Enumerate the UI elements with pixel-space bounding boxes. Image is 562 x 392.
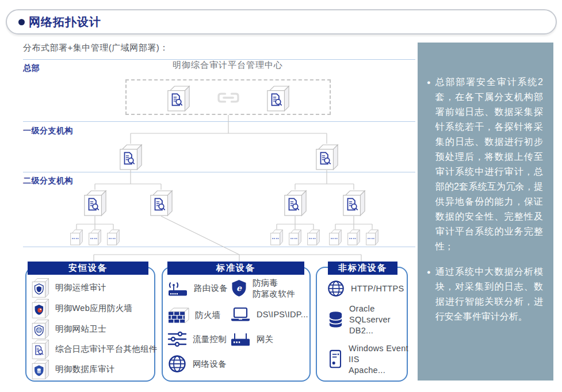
- sidebar-text: 总部部署安全审计系统2套，在各下属分支机构部署前端日志、数据采集探针系统若干，各…: [435, 75, 543, 254]
- group-header-nonstandard: 非标准设备: [328, 262, 397, 275]
- device-label: 明御数据库审计: [55, 364, 115, 375]
- data-collector-cube-icon: [306, 229, 321, 246]
- list-item: e 防病毒 防篡改软件: [231, 278, 295, 299]
- audit-server-cube-icon: [342, 189, 366, 217]
- row-label-headquarters: 总部: [23, 63, 40, 74]
- audit-server-cube-icon: [118, 143, 143, 171]
- device-label: 网关: [257, 334, 274, 345]
- sidebar-bullet-1: ● 总部部署安全审计系统2套，在各下属分支机构部署前端日志、数据采集探针系统若干…: [427, 75, 543, 254]
- sidebar-bullet-2: ● 通过系统中大数据分析模块，对采集到的日志、数据进行智能关联分析，进行安全事件…: [427, 264, 543, 324]
- list-item: Windows Event IIS Apache...: [328, 343, 408, 376]
- database-icon: [328, 310, 343, 329]
- device-label: 网络设备: [193, 359, 227, 370]
- bullet-dot-icon: ●: [427, 264, 431, 324]
- device-label: DS\IPS\IDP...: [257, 309, 308, 320]
- ops-audit-shield-icon: [31, 277, 49, 298]
- gateway-icon: [230, 332, 251, 347]
- data-collector-cube-icon: [269, 229, 284, 246]
- data-collector-cube-icon: [365, 229, 380, 246]
- device-label: 明御运维审计: [55, 282, 106, 293]
- device-label: 综合日志审计平台其他组件: [55, 344, 158, 355]
- list-item: 路由设备: [167, 279, 228, 297]
- list-item: 明御网站卫士: [31, 318, 106, 340]
- redundancy-link-icon: [215, 91, 242, 104]
- list-item: Oracle SQLserver DB2...: [328, 303, 391, 336]
- data-collector-cube-icon: [346, 229, 361, 246]
- db-audit-shield-icon: [31, 359, 49, 380]
- data-collector-cube-icon: [328, 229, 343, 246]
- list-item: 网关: [230, 332, 274, 347]
- website-guard-shield-icon: [31, 318, 49, 340]
- database-label: Oracle SQLserver DB2...: [349, 303, 391, 336]
- waf-shield-icon: [31, 298, 49, 319]
- row-label-level1-branch: 一级分支机构: [23, 126, 73, 136]
- notes-sidebar: ● 总部部署安全审计系统2套，在各下属分支机构部署前端日志、数据采集探针系统若干…: [418, 43, 553, 381]
- audit-server-cube-icon: [83, 189, 107, 217]
- log-audit-doc-icon: [31, 339, 49, 360]
- sidebar-text: 通过系统中大数据分析模块，对采集到的日志、数据进行智能关联分析，进行安全事件审计…: [435, 264, 543, 324]
- list-item: 明御数据库审计: [31, 359, 115, 380]
- device-label: 明御网站卫士: [55, 324, 106, 335]
- list-item: HTTP/HTTPS: [327, 279, 404, 298]
- data-collector-cube-icon: [106, 229, 121, 246]
- audit-server-cube-icon: [166, 84, 190, 112]
- list-item: 综合日志审计平台其他组件: [31, 339, 158, 360]
- data-collector-cube-icon: [87, 229, 102, 246]
- server-tower-icon: [328, 349, 343, 369]
- audit-server-cube-icon: [149, 189, 173, 217]
- list-item: 网络设备: [167, 354, 227, 374]
- svg-text:e: e: [236, 283, 242, 293]
- bullet-dot-icon: ●: [427, 75, 431, 254]
- device-label: 防病毒 防篡改软件: [253, 278, 295, 299]
- protocol-label: HTTP/HTTPS: [351, 283, 404, 294]
- list-item: 流量控制: [167, 331, 227, 347]
- hq-platform-title: 明御综合审计平台管理中心: [124, 60, 331, 71]
- row-label-level2-branch: 二级分支机构: [23, 176, 73, 186]
- data-collector-cube-icon: [288, 229, 303, 246]
- device-label: 路由设备: [194, 283, 228, 294]
- audit-server-cube-icon: [315, 143, 339, 171]
- server-label: Windows Event IIS Apache...: [349, 343, 408, 376]
- device-label: 明御Web应用防火墙: [55, 303, 132, 314]
- group-header-anheng: 安恒设备: [28, 262, 148, 275]
- http-globe-icon: [327, 279, 345, 298]
- device-label: 流量控制: [193, 334, 227, 345]
- data-collector-cube-icon: [69, 229, 84, 246]
- router-icon: [167, 279, 188, 297]
- audit-server-cube-icon: [266, 84, 290, 112]
- flow-control-icon: [167, 331, 187, 347]
- antivirus-shield-icon: e: [231, 279, 247, 297]
- group-header-standard: 标准设备: [167, 262, 304, 275]
- list-item: 明御Web应用防火墙: [31, 298, 132, 319]
- list-item: 防火墙: [167, 306, 220, 325]
- firewall-icon: [167, 306, 189, 325]
- audit-server-cube-icon: [283, 189, 307, 217]
- list-item: DS\IPS\IDP...: [230, 307, 308, 322]
- laptop-icon: [230, 307, 251, 322]
- slide-canvas: 网络拓扑设计 分布式部署+集中管理(广域网部署)： 总部 一级分支机构 二级分支…: [0, 0, 562, 392]
- list-item: 明御运维审计: [31, 277, 106, 298]
- network-globe-icon: [167, 354, 187, 374]
- device-label: 防火墙: [195, 310, 220, 321]
